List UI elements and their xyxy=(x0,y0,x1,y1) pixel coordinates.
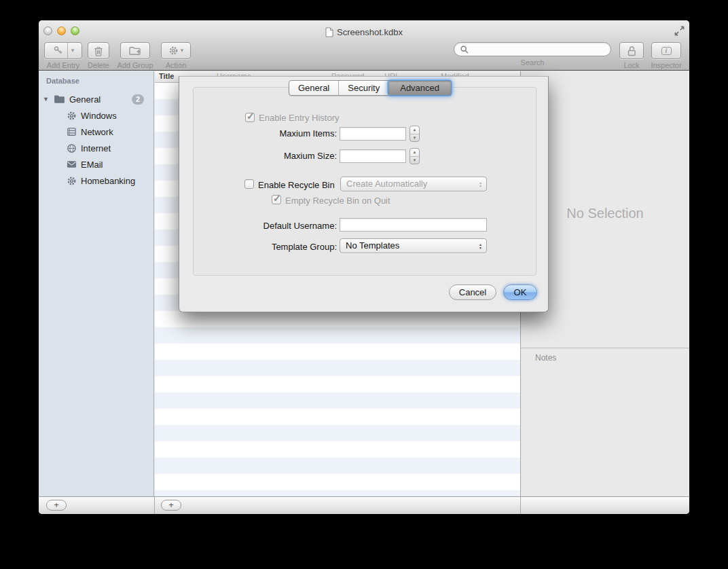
toolbar-item-add-entry: ▾ Add Entry xyxy=(44,42,82,69)
tab-security[interactable]: Security xyxy=(338,81,388,95)
sidebar-item-label: Network xyxy=(81,127,113,137)
chevron-down-icon[interactable]: ▾ xyxy=(67,43,78,58)
sidebar-item-email[interactable]: EMail xyxy=(39,156,153,172)
sidebar-item-homebanking[interactable]: Homebanking xyxy=(39,172,153,189)
sidebar-item-label: General xyxy=(69,94,101,105)
stepper-up-icon[interactable]: ▲ xyxy=(410,126,419,134)
lock-open-icon xyxy=(626,45,637,56)
template-group-popup[interactable]: No Templates ▲▼ xyxy=(340,238,487,253)
gear-icon xyxy=(168,45,179,56)
maxium-items-input[interactable] xyxy=(340,127,406,141)
titlebar-toolbar: Screenshot.kdbx ▾ Add Entry Delete Add G… xyxy=(39,20,689,71)
close-button[interactable] xyxy=(43,26,52,35)
maxium-size-stepper[interactable]: ▲ ▼ xyxy=(410,148,420,164)
toolbar-item-action: ▾ Action xyxy=(160,42,192,69)
sidebar-item-internet[interactable]: Internet xyxy=(39,140,153,156)
recycle-bin-mode-value: Create Automatically xyxy=(341,177,475,191)
add-group-label: Add Group xyxy=(115,61,155,69)
envelope-icon xyxy=(67,160,77,168)
maxium-items-label: Maxium Items: xyxy=(204,128,337,139)
tab-advanced[interactable]: Advanced xyxy=(388,81,451,95)
sidebar-header-database: Database xyxy=(46,77,153,85)
server-icon xyxy=(67,127,77,136)
database-settings-dialog: General Security Advanced ✓ Enable Entry… xyxy=(179,76,549,312)
column-header-title[interactable]: Title xyxy=(159,72,174,80)
sidebar-item-label: EMail xyxy=(81,160,103,170)
notes-divider xyxy=(521,348,689,348)
add-group-button[interactable] xyxy=(120,42,150,59)
inspector-label: Inspector xyxy=(649,61,684,69)
enable-entry-history-label: Enable Entry History xyxy=(259,113,340,123)
delete-label: Delete xyxy=(83,61,114,69)
toolbar-item-search: Search xyxy=(454,42,611,67)
search-input[interactable] xyxy=(472,44,605,55)
stepper-down-icon[interactable]: ▼ xyxy=(410,134,419,142)
notes-label: Notes xyxy=(535,353,556,363)
stepper-up-icon[interactable]: ▲ xyxy=(410,149,419,157)
document-icon xyxy=(325,27,333,37)
gear-icon xyxy=(67,111,77,121)
recycle-bin-mode-popup: Create Automatically ▲▼ xyxy=(340,177,487,191)
sidebar-item-general[interactable]: ▼ General 2 xyxy=(39,91,153,107)
search-icon xyxy=(460,45,469,54)
disclosure-triangle-icon[interactable]: ▼ xyxy=(43,96,49,103)
entry-count-badge: 2 xyxy=(132,94,144,105)
delete-button[interactable] xyxy=(88,42,109,59)
folder-icon xyxy=(54,94,65,104)
folder-plus-icon xyxy=(129,46,141,56)
key-icon xyxy=(49,43,67,58)
sidebar-item-label: Windows xyxy=(81,111,117,121)
toolbar-item-lock: Lock xyxy=(617,42,647,69)
action-button[interactable]: ▾ xyxy=(161,42,191,59)
default-username-input[interactable] xyxy=(340,218,487,232)
cancel-button[interactable]: Cancel xyxy=(449,284,496,300)
globe-icon xyxy=(67,143,77,153)
bottom-bar-divider xyxy=(154,497,155,514)
checkmark-icon: ✓ xyxy=(273,193,281,204)
zoom-button[interactable] xyxy=(71,26,79,35)
tab-general[interactable]: General xyxy=(289,81,338,95)
app-window: Screenshot.kdbx ▾ Add Entry Delete Add G… xyxy=(39,20,689,514)
popup-arrows-icon: ▲▼ xyxy=(475,243,486,249)
minimize-button[interactable] xyxy=(57,26,66,35)
search-label: Search xyxy=(454,58,611,67)
maxium-size-input[interactable] xyxy=(340,149,406,163)
inspector-button[interactable]: i xyxy=(651,42,681,59)
checkmark-icon: ✓ xyxy=(247,111,255,122)
window-title-text: Screenshot.kdbx xyxy=(337,27,403,37)
maxium-items-stepper[interactable]: ▲ ▼ xyxy=(410,126,420,142)
empty-recycle-bin-label: Empty Recycle Bin on Quit xyxy=(285,196,390,206)
enable-recycle-bin-checkbox[interactable] xyxy=(244,179,254,189)
trash-icon xyxy=(94,45,103,56)
info-icon: i xyxy=(661,47,672,55)
enable-recycle-bin-label: Enable Recycle Bin xyxy=(258,180,335,190)
add-entry-button[interactable]: ▾ xyxy=(44,42,82,59)
sidebar-item-windows[interactable]: Windows xyxy=(39,107,153,124)
fullscreen-arrows-icon xyxy=(674,25,685,37)
empty-recycle-bin-checkbox: ✓ xyxy=(272,195,281,204)
maxium-size-label: Maxium Size: xyxy=(204,151,337,161)
add-group-plus-button[interactable]: + xyxy=(46,500,67,511)
enable-entry-history-checkbox: ✓ xyxy=(245,113,255,122)
lock-button[interactable] xyxy=(619,42,644,59)
sidebar-item-network[interactable]: Network xyxy=(39,124,153,140)
ok-button[interactable]: OK xyxy=(503,284,537,300)
sidebar-item-label: Homebanking xyxy=(81,176,135,186)
sidebar-item-label: Internet xyxy=(81,143,111,153)
default-username-label: Default Username: xyxy=(204,221,337,231)
add-entry-plus-button[interactable]: + xyxy=(161,500,181,511)
template-group-value: No Templates xyxy=(340,239,475,253)
search-field[interactable] xyxy=(454,42,611,56)
settings-tabs: General Security Advanced xyxy=(289,80,452,96)
gear-icon xyxy=(67,176,77,186)
stepper-down-icon[interactable]: ▼ xyxy=(410,157,419,164)
toolbar-item-delete: Delete xyxy=(83,42,114,69)
fullscreen-button[interactable] xyxy=(674,25,685,37)
window-title: Screenshot.kdbx xyxy=(141,26,587,37)
chevron-down-icon: ▾ xyxy=(181,48,184,54)
add-entry-label: Add Entry xyxy=(44,61,82,69)
sidebar: Database ▼ General 2 Windows Network Int… xyxy=(39,71,154,496)
lock-label: Lock xyxy=(617,61,647,69)
bottom-bar-divider xyxy=(520,497,521,514)
action-label: Action xyxy=(160,61,192,69)
